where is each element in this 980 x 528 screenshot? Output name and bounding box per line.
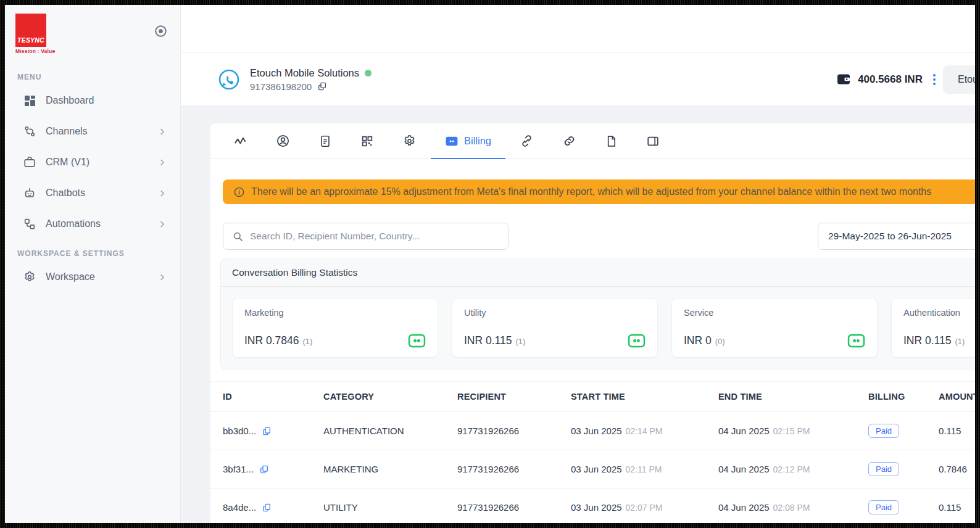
tab-templates[interactable]: [304, 123, 346, 159]
row-end-time: 02:15 PM: [773, 426, 810, 436]
channel-text: Etouch Mobile Solutions 917386198200: [250, 67, 372, 92]
file-icon: [605, 134, 618, 148]
sidebar-item-workspace[interactable]: Workspace: [5, 262, 180, 292]
billing-panel: Billing: [210, 123, 975, 523]
screenshot-frame: TESYNC Mission : Value MENU Dashboard Ch…: [0, 0, 980, 528]
stat-value: INR 0.115: [903, 334, 952, 347]
tab-link[interactable]: [505, 123, 548, 159]
row-end-time: 02:12 PM: [773, 464, 810, 474]
tab-settings[interactable]: [388, 123, 431, 159]
stat-count: (1): [516, 337, 526, 346]
column-header-id: ID: [223, 392, 323, 402]
qr-code-icon: [360, 134, 374, 148]
stat-count: (0): [715, 337, 725, 346]
sidebar-item-dashboard[interactable]: Dashboard: [5, 85, 180, 116]
row-amount: 0.115: [939, 502, 975, 513]
row-start-time: 02:11 PM: [626, 464, 662, 474]
tab-billing[interactable]: Billing: [431, 123, 505, 159]
banknote-icon: [847, 334, 865, 348]
user-circle-icon: [276, 134, 290, 148]
column-header-recipient: RECIPIENT: [457, 392, 571, 402]
date-range-picker[interactable]: 29-May-2025 to 26-Jun-2025: [818, 223, 975, 250]
billing-table: ID CATEGORY RECIPIENT START TIME END TIM…: [210, 381, 975, 523]
gear-icon: [22, 270, 37, 284]
row-end-date: 04 Jun 2025: [718, 502, 770, 513]
search-icon: [232, 231, 244, 242]
sidebar-collapse-toggle-icon[interactable]: [154, 24, 168, 38]
billing-status-badge: Paid: [868, 500, 899, 514]
stat-label: Utility: [464, 308, 646, 318]
stat-label: Marketing: [244, 308, 426, 318]
robot-icon: [22, 186, 37, 200]
banknote-icon: [628, 334, 646, 348]
chevron-right-icon: [157, 220, 167, 229]
tab-contacts[interactable]: [262, 123, 304, 159]
statistics-title: Conversation Billing Statistics: [221, 259, 975, 287]
tab-qr-code[interactable]: [346, 123, 388, 159]
sidebar-item-crm[interactable]: CRM (V1): [5, 147, 180, 178]
stat-count: (1): [955, 337, 965, 346]
copy-id-icon[interactable]: [259, 464, 269, 474]
link-icon: [520, 134, 534, 148]
search-box: [223, 223, 509, 250]
search-input[interactable]: [250, 231, 499, 242]
row-start-date: 03 Jun 2025: [571, 426, 622, 436]
tab-side-panel[interactable]: [632, 123, 674, 159]
kebab-menu-icon[interactable]: [929, 72, 939, 88]
stat-card-authentication: Authentication INR 0.115 (1): [891, 298, 975, 358]
billing-status-badge: Paid: [868, 424, 899, 438]
balance-group: 400.5668 INR: [837, 72, 939, 88]
app-window: TESYNC Mission : Value MENU Dashboard Ch…: [5, 5, 975, 523]
chevron-right-icon: [157, 158, 167, 167]
main-area: Etouch Mobile Solutions 917386198200 400: [181, 5, 975, 523]
stat-value: INR 0.115: [464, 334, 512, 347]
stat-card-utility: Utility INR 0.115 (1): [452, 298, 658, 358]
row-amount: 0.7846: [939, 464, 975, 474]
dashboard-icon: [22, 94, 37, 107]
sidebar-item-chatbots[interactable]: Chatbots: [5, 178, 180, 208]
row-amount: 0.115: [939, 426, 975, 436]
sidebar-item-label: Automations: [46, 218, 157, 229]
tab-link-alt[interactable]: [548, 123, 591, 159]
sidebar-item-label: Dashboard: [46, 95, 167, 106]
tab-billing-label: Billing: [464, 135, 491, 147]
column-header-end-time: END TIME: [718, 392, 868, 402]
sidebar-item-automations[interactable]: Automations: [5, 208, 180, 239]
document-lines-icon: [318, 134, 332, 148]
channel-selector-button[interactable]: Etouch Mobile Solutions: [943, 65, 975, 94]
column-header-billing: BILLING: [868, 392, 939, 402]
tab-file[interactable]: [591, 123, 632, 159]
sidebar-item-label: Chatbots: [46, 188, 157, 199]
row-recipient: 917731926266: [457, 502, 571, 513]
adjustment-warning-banner: There will be an approximate 15% adjustm…: [223, 179, 975, 204]
logo-tagline: Mission : Value: [15, 48, 180, 54]
billing-card-icon: [445, 136, 459, 147]
sidebar-item-label: CRM (V1): [46, 157, 157, 168]
row-end-date: 04 Jun 2025: [718, 426, 770, 436]
date-range-value: 29-May-2025 to 26-Jun-2025: [828, 231, 952, 242]
channel-phone: 917386198200: [250, 81, 312, 92]
tab-bar: Billing: [210, 123, 975, 159]
channel-name: Etouch Mobile Solutions: [250, 67, 359, 79]
tab-activity[interactable]: [219, 123, 262, 159]
row-end-time: 02:08 PM: [773, 503, 810, 513]
copy-id-icon[interactable]: [262, 426, 272, 436]
workspace-settings-section-label: WORKSPACE & SETTINGS: [17, 249, 180, 258]
billing-statistics-panel: Conversation Billing Statistics Marketin…: [220, 258, 975, 369]
table-row: 8a4de... UTILITY 917731926266 03 Jun 202…: [210, 488, 975, 523]
whatsapp-icon: [217, 68, 241, 91]
content-area: Billing: [181, 106, 975, 523]
copy-phone-icon[interactable]: [317, 81, 327, 91]
table-row: 3bf31... MARKETING 917731926266 03 Jun 2…: [210, 450, 975, 488]
sidebar-item-channels[interactable]: Channels: [5, 116, 180, 147]
online-status-dot: [365, 70, 372, 76]
panel-icon: [646, 134, 660, 148]
row-category: MARKETING: [323, 464, 457, 474]
row-start-time: 02:14 PM: [626, 426, 663, 436]
chevron-right-icon: [157, 273, 167, 282]
stat-count: (1): [303, 337, 313, 346]
logo-mark: TESYNC: [15, 14, 46, 47]
row-recipient: 917731926266: [457, 464, 571, 474]
stat-card-service: Service INR 0 (0): [671, 298, 878, 358]
copy-id-icon[interactable]: [262, 503, 272, 513]
